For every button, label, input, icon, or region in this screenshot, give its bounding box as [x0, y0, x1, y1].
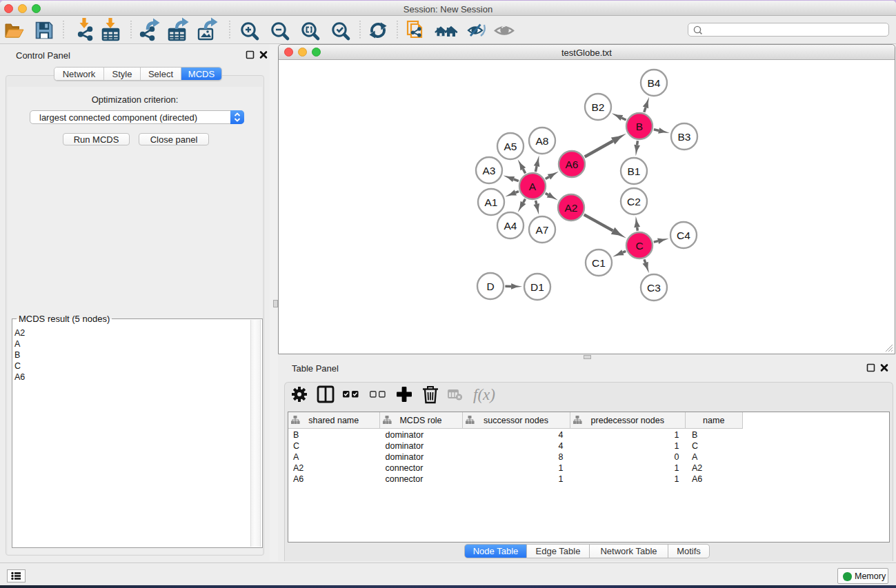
svg-text:A2: A2: [565, 202, 578, 214]
svg-text:B2: B2: [592, 101, 605, 113]
svg-text:A6: A6: [566, 159, 579, 170]
svg-text:C: C: [635, 240, 643, 252]
svg-text:A1: A1: [485, 196, 498, 208]
svg-text:B4: B4: [648, 77, 661, 89]
svg-text:B: B: [636, 121, 643, 132]
svg-text:A: A: [529, 181, 537, 192]
svg-text:D: D: [486, 281, 494, 292]
svg-text:C1: C1: [592, 257, 606, 269]
svg-text:A7: A7: [536, 224, 549, 236]
svg-text:C3: C3: [647, 282, 661, 294]
svg-text:C4: C4: [677, 230, 690, 241]
svg-text:f(x): f(x): [473, 386, 495, 403]
svg-text:C2: C2: [627, 196, 641, 207]
svg-text:A5: A5: [504, 141, 517, 152]
svg-text:A8: A8: [536, 135, 549, 147]
svg-text:B1: B1: [628, 165, 641, 177]
svg-text:B3: B3: [678, 131, 691, 143]
svg-text:A4: A4: [504, 220, 517, 232]
svg-text:D1: D1: [530, 281, 544, 293]
svg-text:A3: A3: [483, 165, 496, 176]
